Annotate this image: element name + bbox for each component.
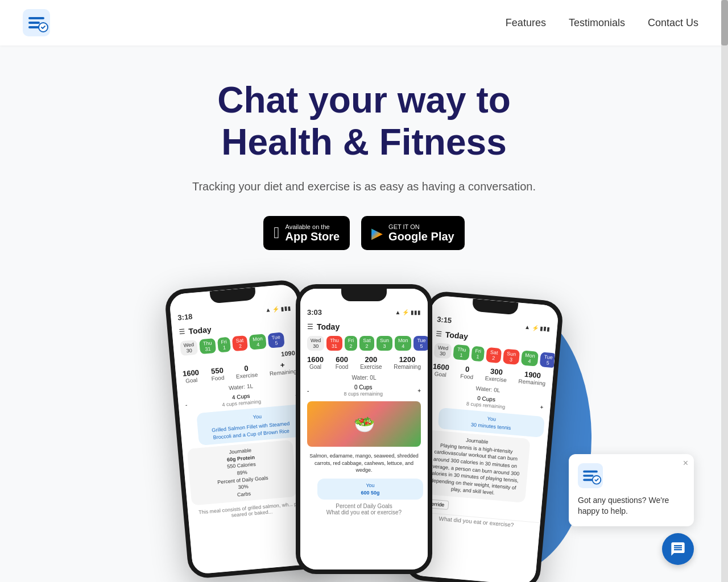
chat-widget: × Got any questions? We're happy to help…	[569, 454, 694, 565]
chat-open-button[interactable]	[662, 533, 694, 565]
day-pill: Tue5	[268, 332, 284, 348]
screen-time-left: 3:18	[177, 312, 193, 322]
day-pill: Wed30	[433, 343, 452, 359]
screen-water-center: Water: 0L	[300, 372, 428, 383]
logo-icon	[23, 9, 50, 36]
nav-contact[interactable]: Contact Us	[648, 17, 698, 29]
day-pill: Sun3	[377, 336, 392, 351]
logo[interactable]	[23, 9, 50, 36]
day-pill: Sat2	[359, 336, 374, 351]
screen-header-center: 3:03 ▲ ⚡ ▮▮▮	[300, 305, 428, 320]
day-pill: Fri1	[471, 346, 485, 362]
screen-nav-center: ☰ Today	[300, 320, 428, 334]
google-play-badge[interactable]: ▶ GET IT ON Google Play	[361, 216, 465, 250]
chat-popup-close-button[interactable]: ×	[683, 459, 688, 468]
chat-popup-message: Got any questions? We're happy to help.	[578, 495, 685, 517]
day-pill: Mon4	[521, 351, 539, 367]
screen-time-center: 3:03	[307, 308, 322, 317]
day-pill: Sat2	[232, 335, 248, 351]
screen-title-left: Today	[188, 325, 212, 336]
chat-popup: × Got any questions? We're happy to help…	[569, 454, 694, 526]
svg-rect-6	[583, 471, 598, 473]
svg-rect-2	[28, 22, 40, 24]
day-pill: Tue5	[413, 336, 428, 351]
navbar: Features Testimonials Contact Us	[0, 0, 721, 45]
day-pill: Wed30	[180, 340, 198, 356]
day-pill: Thu31	[326, 336, 342, 351]
scrollbar-thumb[interactable]	[721, 0, 728, 45]
badge-row:  Available on the App Store ▶ GET IT ON…	[23, 216, 705, 250]
chat-bot-left: Journable 60g Protein 550 Calories 89% P…	[187, 440, 297, 506]
screen-status-center: ▲ ⚡ ▮▮▮	[395, 309, 421, 315]
day-pill: Wed30	[307, 336, 324, 351]
water-cups-center: -0 Cups8 cups remaining+	[300, 383, 428, 398]
screen-title-center: Today	[317, 322, 340, 331]
day-pill: Thu31	[199, 338, 216, 354]
day-pill: Fri1	[217, 337, 231, 353]
google-play-text: GET IT ON Google Play	[388, 223, 454, 243]
food-image-center: 🥗	[307, 401, 421, 447]
food-desc-center: Salmon, edamame, mango, seaweed, shredde…	[300, 450, 428, 476]
hamburger-icon-right: ☰	[435, 330, 442, 338]
daily-goals-center: Percent of Daily Goals What did you eat …	[300, 502, 428, 517]
day-pill: Mon4	[249, 334, 267, 350]
screen-title-right: Today	[445, 330, 468, 341]
nav-testimonials[interactable]: Testimonials	[569, 17, 625, 29]
app-store-text: Available on the App Store	[286, 223, 340, 243]
svg-rect-1	[28, 17, 44, 19]
hamburger-icon-center: ☰	[307, 323, 313, 331]
chat-user-center: You 600 50g	[317, 479, 423, 500]
day-pill: Thu1	[453, 344, 470, 360]
svg-rect-7	[583, 475, 593, 477]
phone-notch-center	[341, 289, 387, 301]
screen-status-right: ▲ ⚡ ▮▮▮	[524, 324, 551, 332]
chat-bubble-icon	[670, 541, 686, 557]
chat-user-left: You Grilled Salmon Fillet with Steamed B…	[196, 404, 304, 446]
chat-bot-right: Journable Playing tennis is a high-inten…	[419, 430, 530, 503]
day-pill: Tue5	[540, 352, 555, 368]
day-pill: Sun3	[503, 349, 520, 365]
phone-screen-center: 3:03 ▲ ⚡ ▮▮▮ ☰ Today Wed30 Thu31 Fri2 Sa…	[300, 289, 428, 569]
hero-heading: Chat your way to Health & Fitness	[23, 80, 705, 163]
phone-center: 3:03 ▲ ⚡ ▮▮▮ ☰ Today Wed30 Thu31 Fri2 Sa…	[296, 284, 432, 574]
app-store-badge[interactable]:  Available on the App Store	[263, 216, 350, 250]
day-pills-center: Wed30 Thu31 Fri2 Sat2 Sun3 Mon4 Tue5	[300, 334, 428, 353]
google-play-icon: ▶	[371, 226, 383, 240]
screen-time-right: 3:15	[437, 315, 452, 325]
scrollbar[interactable]	[721, 0, 728, 582]
nav-links: Features Testimonials Contact Us	[506, 17, 698, 29]
nav-features[interactable]: Features	[506, 17, 546, 29]
screen-calories-center: 1600Goal 600Food 200Exercise 1200Remaini…	[300, 353, 428, 372]
day-pill: Fri2	[345, 336, 358, 351]
day-pill: Mon4	[395, 336, 412, 351]
hero-subtext: Tracking your diet and exercise is as ea…	[23, 180, 705, 193]
hamburger-icon-left: ☰	[179, 328, 185, 336]
chat-popup-logo-icon	[578, 463, 603, 488]
screen-status-left: ▲ ⚡ ▮▮▮	[265, 305, 291, 313]
apple-icon: 	[274, 225, 279, 241]
day-pill: Sat2	[486, 347, 502, 363]
